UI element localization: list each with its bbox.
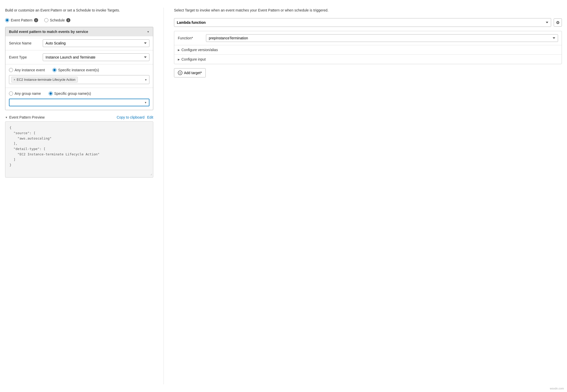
specific-instance-label: Specific instance event(s): [58, 68, 99, 72]
configure-input-row[interactable]: ▶ Configure input: [174, 55, 562, 64]
edit-link[interactable]: Edit: [147, 115, 153, 119]
event-pattern-radio[interactable]: [5, 18, 9, 22]
tag-remove-icon[interactable]: ×: [14, 78, 15, 82]
specific-group-label: Specific group name(s): [54, 91, 91, 96]
preview-header: ▼ Event Pattern Preview Copy to clipboar…: [5, 115, 153, 119]
group-name-input-container[interactable]: [9, 99, 149, 106]
event-pattern-radio-label[interactable]: Event Pattern i: [5, 18, 38, 22]
schedule-info-icon[interactable]: i: [66, 18, 70, 22]
event-schedule-radio-group: Event Pattern i Schedule i: [5, 18, 153, 22]
any-group-label: Any group name: [15, 91, 41, 96]
any-group-radio[interactable]: [9, 91, 13, 96]
service-name-label: Service Name: [9, 41, 40, 45]
group-input-chevron-icon: [144, 101, 147, 104]
right-intro-text: Select Target to invoke when an event ma…: [174, 8, 562, 13]
event-type-row: Event Type Instance Launch and Terminate: [5, 50, 153, 64]
function-select[interactable]: prepInstanceTermination: [206, 34, 558, 42]
specific-instance-radio-label[interactable]: Specific instance event(s): [52, 68, 99, 72]
add-target-button[interactable]: + Add target*: [174, 68, 206, 77]
preview-code-text: { "source": [ "aws.autoscaling" ], "deta…: [9, 125, 149, 168]
group-name-section: Any group name Specific group name(s): [5, 88, 153, 110]
configure-version-triangle-icon: ▶: [178, 49, 180, 51]
preview-code-block: { "source": [ "aws.autoscaling" ], "deta…: [5, 121, 153, 178]
event-pattern-label: Event Pattern: [11, 18, 32, 22]
tag-item: × EC2 Instance-terminate Lifecycle Actio…: [11, 77, 78, 83]
instance-tag-select[interactable]: × EC2 Instance-terminate Lifecycle Actio…: [9, 75, 149, 84]
pattern-box-chevron-icon: [147, 30, 149, 33]
tag-value: EC2 Instance-terminate Lifecycle Action: [17, 78, 75, 82]
copy-to-clipboard-link[interactable]: Copy to clipboard: [117, 115, 145, 119]
schedule-radio-label[interactable]: Schedule i: [44, 18, 70, 22]
configure-input-label: Configure input: [181, 57, 206, 61]
preview-title-text: Event Pattern Preview: [9, 115, 45, 119]
event-pattern-info-icon[interactable]: i: [34, 18, 38, 22]
specific-instance-radio[interactable]: [52, 68, 57, 72]
schedule-label: Schedule: [50, 18, 65, 22]
add-target-label: Add target*: [184, 71, 202, 75]
any-group-radio-label[interactable]: Any group name: [9, 91, 41, 96]
resize-handle-icon[interactable]: ⌟: [150, 171, 152, 177]
pattern-box-body: Service Name Auto Scaling Event Type Ins…: [5, 36, 153, 110]
any-instance-label: Any instance event: [15, 68, 45, 72]
gear-icon: ⚙: [556, 20, 560, 25]
instance-event-section: Any instance event Specific instance eve…: [5, 64, 153, 88]
service-name-row: Service Name Auto Scaling: [5, 36, 153, 50]
preview-triangle-icon: ▼: [5, 116, 8, 119]
gear-button[interactable]: ⚙: [554, 18, 562, 27]
left-intro-text: Build or customize an Event Pattern or s…: [5, 8, 153, 13]
specific-group-radio-label[interactable]: Specific group name(s): [49, 91, 91, 96]
preview-title-container: ▼ Event Pattern Preview: [5, 115, 45, 119]
event-type-select[interactable]: Instance Launch and Terminate: [43, 53, 149, 61]
pattern-box-title: Build event pattern to match events by s…: [9, 30, 88, 34]
group-name-input[interactable]: [12, 100, 144, 105]
specific-group-radio[interactable]: [49, 91, 53, 96]
configure-version-row[interactable]: ▶ Configure version/alias: [174, 45, 562, 55]
configure-version-label: Configure version/alias: [181, 48, 218, 52]
any-instance-radio[interactable]: [9, 68, 13, 72]
target-config-box: Function* prepInstanceTermination ▶ Conf…: [174, 31, 562, 64]
any-instance-radio-label[interactable]: Any instance event: [9, 68, 45, 72]
pattern-box-header[interactable]: Build event pattern to match events by s…: [5, 27, 153, 36]
target-type-select[interactable]: Lambda function: [174, 18, 551, 27]
function-row: Function* prepInstanceTermination: [174, 31, 562, 45]
schedule-radio[interactable]: [44, 18, 48, 22]
instance-event-radio-row: Any instance event Specific instance eve…: [9, 68, 149, 72]
add-target-plus-icon: +: [178, 71, 182, 75]
configure-input-triangle-icon: ▶: [178, 58, 180, 61]
right-panel: Select Target to invoke when an event ma…: [164, 8, 562, 384]
tag-select-chevron-icon[interactable]: [145, 78, 147, 81]
pattern-box: Build event pattern to match events by s…: [5, 27, 153, 110]
service-name-select[interactable]: Auto Scaling: [43, 39, 149, 47]
event-type-label: Event Type: [9, 55, 40, 59]
left-panel: Build or customize an Event Pattern or s…: [5, 8, 164, 384]
watermark: wsxdn.com: [550, 387, 564, 390]
group-name-radio-row: Any group name Specific group name(s): [9, 91, 149, 96]
preview-section: ▼ Event Pattern Preview Copy to clipboar…: [5, 115, 153, 178]
preview-actions: Copy to clipboard Edit: [117, 115, 153, 119]
target-type-row: Lambda function ⚙: [174, 18, 562, 27]
function-label: Function*: [178, 36, 206, 40]
